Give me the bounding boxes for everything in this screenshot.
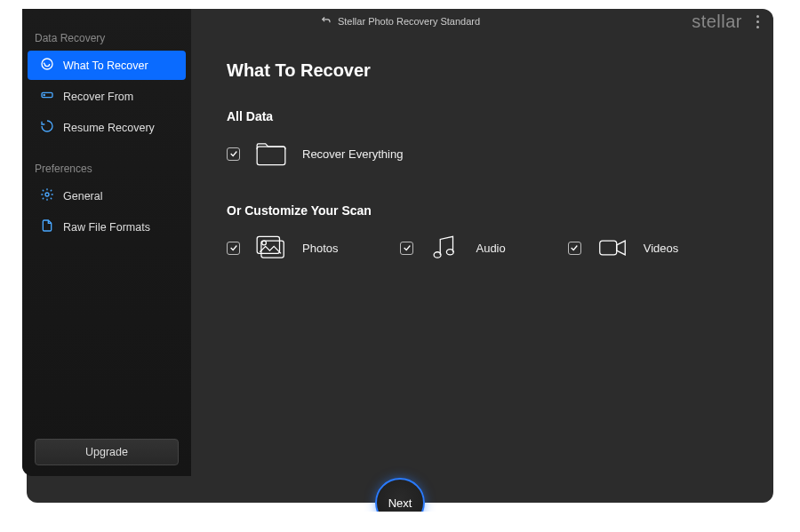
svg-rect-5 xyxy=(261,241,284,258)
option-label: Audio xyxy=(476,242,505,255)
option-audio[interactable]: Audio xyxy=(400,232,505,264)
customize-heading: Or Customize Your Scan xyxy=(227,203,738,218)
sidebar-section-preferences: Preferences xyxy=(22,155,191,180)
checkbox-audio[interactable] xyxy=(400,242,413,255)
svg-point-3 xyxy=(45,193,49,196)
sidebar: Data Recovery What To Recover Recover Fr… xyxy=(22,25,191,476)
page-title: What To Recover xyxy=(227,60,738,81)
checkbox-photos[interactable] xyxy=(227,242,240,255)
svg-point-2 xyxy=(44,94,44,95)
svg-rect-10 xyxy=(599,241,616,255)
photos-icon xyxy=(252,232,290,264)
svg-point-7 xyxy=(262,241,267,245)
back-icon[interactable] xyxy=(320,14,332,28)
sidebar-item-label: General xyxy=(63,190,102,202)
option-label: Photos xyxy=(302,242,338,255)
option-label: Recover Everything xyxy=(302,147,403,161)
sidebar-item-what-to-recover[interactable]: What To Recover xyxy=(28,51,186,80)
sidebar-item-label: Resume Recovery xyxy=(63,122,155,134)
option-photos[interactable]: Photos xyxy=(227,232,338,264)
titlebar-title: Stellar Photo Recovery Standard xyxy=(320,14,480,28)
app-window: Stellar Photo Recovery Standard stellar … xyxy=(27,9,773,503)
sidebar-item-raw-file-formats[interactable]: Raw File Formats xyxy=(28,212,186,242)
gear-icon xyxy=(40,187,54,204)
sidebar-item-general[interactable]: General xyxy=(28,181,186,210)
sidebar-item-resume-recovery[interactable]: Resume Recovery xyxy=(28,113,186,142)
checkbox-videos[interactable] xyxy=(568,242,581,255)
more-menu-button[interactable] xyxy=(753,12,763,32)
sidebar-item-recover-from[interactable]: Recover From xyxy=(28,82,186,111)
sidebar-section-data-recovery: Data Recovery xyxy=(22,25,191,50)
audio-icon xyxy=(426,232,463,264)
recover-icon xyxy=(40,57,54,74)
svg-point-0 xyxy=(42,59,52,69)
file-formats-icon xyxy=(40,218,54,235)
brand-logo: stellar xyxy=(692,12,742,32)
option-label: Videos xyxy=(644,242,679,255)
all-data-heading: All Data xyxy=(227,109,738,123)
resume-icon xyxy=(40,119,54,136)
sidebar-item-label: Raw File Formats xyxy=(63,221,150,234)
main-content: What To Recover All Data Recover Everyth… xyxy=(191,34,773,503)
video-icon xyxy=(594,232,631,264)
app-title: Stellar Photo Recovery Standard xyxy=(338,16,480,27)
sidebar-item-label: Recover From xyxy=(63,91,133,103)
checkbox-recover-everything[interactable] xyxy=(227,147,240,161)
svg-rect-4 xyxy=(257,147,285,165)
option-recover-everything[interactable]: Recover Everything xyxy=(227,138,403,170)
drive-icon xyxy=(40,88,54,105)
folder-icon xyxy=(252,138,290,170)
upgrade-button[interactable]: Upgrade xyxy=(35,439,179,465)
option-videos[interactable]: Videos xyxy=(568,232,679,264)
svg-point-8 xyxy=(435,252,442,258)
sidebar-item-label: What To Recover xyxy=(63,60,148,72)
